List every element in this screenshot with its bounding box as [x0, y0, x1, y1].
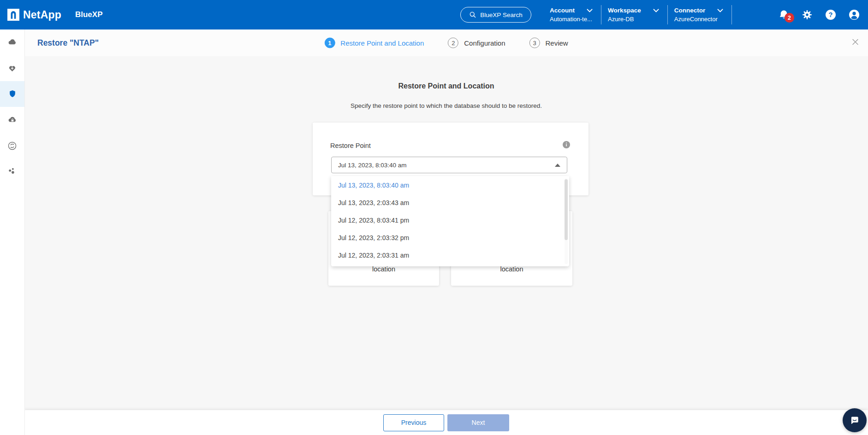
gear-icon — [802, 9, 813, 20]
restore-point-select[interactable]: Jul 13, 2023, 8:03:40 am — [331, 157, 567, 173]
top-bar: NetApp BlueXP BlueXP Search Account Auto… — [0, 0, 868, 29]
connector-menu[interactable]: Connector AzureConnector — [668, 0, 732, 29]
notification-badge: 2 — [785, 13, 794, 23]
page-title: Restore Point and Location — [24, 82, 868, 90]
cloud-storage-icon — [7, 37, 18, 47]
previous-button[interactable]: Previous — [383, 414, 444, 431]
help-button[interactable]: ? — [825, 9, 836, 20]
step-1-number: 1 — [324, 38, 335, 48]
dropdown-option[interactable]: Jul 12, 2023, 2:03:31 am — [331, 247, 569, 264]
page-subtitle: Specify the restore point to which the d… — [24, 102, 868, 109]
health-heart-plus-icon — [7, 64, 17, 73]
bluexp-search[interactable]: BlueXP Search — [460, 7, 531, 23]
governance-cloud-lock-icon — [7, 115, 18, 125]
brand[interactable]: NetApp BlueXP — [7, 0, 103, 29]
account-menu-value: Automation-te... — [550, 16, 593, 23]
bluexp-app: NetApp BlueXP BlueXP Search Account Auto… — [0, 0, 868, 435]
connector-menu-value: AzureConnector — [674, 16, 724, 23]
step-2-number: 2 — [448, 38, 458, 48]
sidebar-item-storage[interactable] — [0, 29, 24, 55]
sidebar-item-extensions[interactable] — [0, 159, 24, 184]
chat-widget-button[interactable] — [843, 408, 867, 432]
location-card-text: location — [328, 265, 439, 273]
dropdown-option[interactable]: Jul 12, 2023, 8:03:41 pm — [331, 212, 569, 229]
sidebar-item-governance[interactable] — [0, 107, 24, 133]
account-menu[interactable]: Account Automation-te... — [543, 0, 601, 29]
protection-shield-icon — [8, 89, 17, 99]
extensions-cluster-icon — [7, 167, 17, 176]
chevron-down-icon — [653, 9, 659, 12]
wizard-title: Restore "NTAP" — [37, 38, 99, 48]
workspace-menu[interactable]: Workspace Azure-DB — [601, 0, 667, 29]
search-label: BlueXP Search — [480, 12, 522, 18]
account-avatar-button[interactable] — [849, 9, 860, 20]
step-review[interactable]: 3 Review — [529, 38, 568, 48]
notifications-button[interactable]: 2 — [779, 9, 789, 20]
dropdown-option[interactable]: Jul 13, 2023, 8:03:40 am — [331, 176, 569, 194]
header-tools: 2 ? — [779, 0, 860, 29]
dropdown-option[interactable]: Jul 12, 2023, 2:03:32 pm — [331, 229, 569, 247]
wizard-stepper: 1 Restore Point and Location 2 Configura… — [324, 38, 568, 48]
next-button[interactable]: Next — [447, 414, 509, 431]
svg-text:?: ? — [829, 11, 833, 18]
workspace-menu-value: Azure-DB — [608, 16, 659, 23]
step-3-number: 3 — [529, 38, 540, 48]
search-icon — [469, 11, 476, 18]
user-avatar-icon — [849, 9, 860, 20]
sidebar-item-sync[interactable] — [0, 133, 24, 159]
wizard-header: Restore "NTAP" 1 Restore Point and Locat… — [24, 29, 868, 56]
help-icon: ? — [825, 9, 836, 20]
step-2-label: Configuration — [464, 39, 505, 47]
wizard-footer: Previous Next — [24, 410, 868, 435]
restore-point-dropdown: Jul 13, 2023, 8:03:40 am Jul 13, 2023, 2… — [331, 176, 569, 266]
divider — [731, 5, 732, 24]
netapp-logo-icon — [7, 9, 19, 21]
chevron-down-icon — [587, 9, 593, 12]
sidebar-item-protection[interactable] — [0, 81, 24, 107]
restore-point-selected-value: Jul 13, 2023, 8:03:40 am — [338, 162, 407, 169]
step-3-label: Review — [546, 39, 568, 47]
account-menu-label: Account — [550, 7, 575, 14]
dropdown-option[interactable]: Jul 13, 2023, 2:03:43 am — [331, 194, 569, 212]
chat-bubble-icon — [849, 414, 861, 426]
restore-point-label: Restore Point — [330, 142, 371, 149]
dropdown-scrollbar — [565, 178, 568, 264]
step-configuration[interactable]: 2 Configuration — [448, 38, 505, 48]
close-icon — [852, 39, 859, 46]
restore-point-info-button[interactable] — [563, 141, 570, 150]
close-wizard-button[interactable] — [850, 37, 861, 49]
workspace-menu-label: Workspace — [608, 7, 641, 14]
chevron-down-icon — [717, 9, 723, 12]
sidebar-item-health[interactable] — [0, 55, 24, 81]
settings-button[interactable] — [802, 9, 813, 20]
dropdown-scrollbar-thumb[interactable] — [565, 179, 568, 240]
brand-product: BlueXP — [75, 10, 103, 19]
step-restore-point[interactable]: 1 Restore Point and Location — [324, 38, 424, 48]
caret-up-icon — [555, 164, 560, 167]
info-icon — [563, 141, 570, 148]
connector-menu-label: Connector — [674, 7, 706, 14]
location-card-text: location — [451, 265, 572, 273]
sync-icon — [7, 141, 17, 151]
step-1-label: Restore Point and Location — [340, 39, 424, 47]
brand-name: NetApp — [23, 9, 61, 21]
wizard-content: Restore Point and Location Specify the r… — [24, 56, 868, 410]
left-nav — [0, 29, 24, 435]
header-menus: Account Automation-te... Workspace Azure… — [543, 0, 732, 29]
